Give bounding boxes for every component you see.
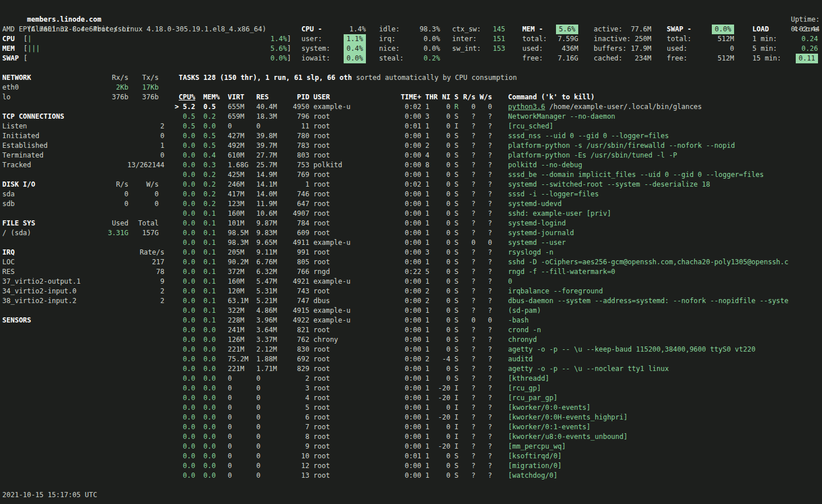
proc-nice: 0 <box>438 180 450 189</box>
process-row[interactable]: 0.00.0241M3.64M821root0:0010S??crond -n <box>175 325 822 335</box>
process-row[interactable]: 0.00.2246M14.1M1root0:0210S??systemd --s… <box>175 180 822 189</box>
proc-read-rate: ? <box>463 325 476 335</box>
process-row[interactable]: 0.00.00012root0:0010S??[migration/0] <box>175 461 822 471</box>
process-row[interactable]: 0.00.0003root0:001-20I??[rcu_gp] <box>175 384 822 393</box>
process-row[interactable]: 0.00.163.1M5.21M747dbus0:0020S??dbus-dae… <box>175 296 822 306</box>
tasks-sort-mode: sorted automatically by CPU consumption <box>356 74 517 82</box>
proc-virt: 659M <box>228 112 252 122</box>
proc-threads: 1 <box>425 228 438 238</box>
process-row[interactable]: 0.00.00010root0:0110S??[ksoftirqd/0] <box>175 451 822 461</box>
process-row[interactable]: 0.00.198.3M9.65M4911example-u0:0010S00sy… <box>175 238 822 248</box>
column-read-rate[interactable]: R/s <box>463 92 476 102</box>
process-row[interactable]: 0.00.31.68G25.7M753polkitd0:0080S??polki… <box>175 160 822 170</box>
proc-write-rate: ? <box>480 442 492 451</box>
stat-label: 5 min: <box>752 44 801 54</box>
proc-threads: 2 <box>425 141 438 151</box>
process-row[interactable]: 0.00.0221M2.12M830root0:0010S??agetty -o… <box>175 345 822 354</box>
process-row[interactable]: 0.00.2417M14.0M746root0:0010S??sssd -i -… <box>175 189 822 199</box>
column-command[interactable]: Command ('k' to kill) <box>508 92 595 102</box>
process-row[interactable]: 0.00.0008root0:0010I??[kworker/u8:0-even… <box>175 432 822 442</box>
proc-cpu: 0.0 <box>179 141 195 151</box>
process-row[interactable]: 0.00.190.2M6.76M805root0:0010S??sshd -D … <box>175 257 822 267</box>
proc-user: root <box>313 257 366 267</box>
proc-pid: 743 <box>281 287 309 296</box>
stat-value: 4-core <box>793 25 818 34</box>
proc-command-name: [kworker/0:0-events] <box>508 404 591 412</box>
proc-pid: 7 <box>281 422 309 432</box>
process-row[interactable]: 0.00.198.5M9.83M609root0:0010S??systemd-… <box>175 228 822 238</box>
process-row[interactable]: 0.00.1372M6.32M766rngd0:2250S??rngd -f -… <box>175 267 822 277</box>
proc-mem: 0.0 <box>203 442 216 451</box>
process-row[interactable]: >5.20.5655M40.4M4950example-u0:0210R00py… <box>175 102 822 112</box>
gauge-bar <box>27 54 262 63</box>
process-row[interactable]: 0.00.1101M9.87M784root0:0010S??systemd-l… <box>175 219 822 228</box>
process-row[interactable]: 0.00.0221M1.71M829root0:0010S??agetty -o… <box>175 364 822 374</box>
selection-marker <box>175 345 179 354</box>
proc-mem: 0.0 <box>203 403 216 413</box>
process-row[interactable]: 0.00.5492M39.7M783root0:0020S??platform-… <box>175 141 822 151</box>
proc-user: root <box>313 422 366 432</box>
proc-pid: 692 <box>281 354 309 364</box>
proc-read-rate: 0 <box>463 316 476 325</box>
column-thr[interactable]: THR <box>425 92 438 102</box>
process-row[interactable]: 0.00.1160M5.47M4921example-u0:0010S??0 <box>175 277 822 287</box>
process-row[interactable]: 0.50.2659M18.3M796root0:0030S??NetworkMa… <box>175 112 822 122</box>
proc-virt: 0 <box>228 374 252 384</box>
process-row[interactable]: 0.00.2123M11.9M647root0:0010S??systemd-u… <box>175 199 822 209</box>
proc-mem: 0.2 <box>203 170 216 180</box>
column-res[interactable]: RES <box>256 92 281 102</box>
stat-value: 7.59G <box>558 34 578 44</box>
process-row[interactable]: 0.00.5427M39.8M780root0:0010S??sssd_nss … <box>175 131 822 141</box>
process-row[interactable]: 0.00.0009root0:001-20I??[mm_percpu_wq] <box>175 442 822 451</box>
proc-status: I <box>454 422 459 432</box>
process-row[interactable]: 0.00.4610M27.7M803root0:0040S??platform-… <box>175 151 822 160</box>
column-write-rate[interactable]: W/s <box>480 92 492 102</box>
column-ni[interactable]: NI <box>438 92 450 102</box>
proc-user: root <box>313 151 366 160</box>
process-row[interactable]: 0.00.075.2M1.88M692root0:002-4S??auditd <box>175 354 822 364</box>
proc-nice: 0 <box>438 471 450 481</box>
stat-active: active:77.6M <box>594 25 651 34</box>
proc-command: dbus-daemon --system --address=systemd: … <box>508 296 788 306</box>
proc-pid: 766 <box>281 267 309 277</box>
proc-user: root <box>313 471 366 481</box>
proc-time: 0:00 <box>366 141 421 151</box>
proc-pid: 784 <box>281 219 309 228</box>
column-time[interactable]: TIME+ <box>366 92 421 102</box>
process-row[interactable]: 0.00.0004root0:001-20I??[rcu_par_gp] <box>175 393 822 403</box>
process-row[interactable]: 0.00.0126M3.37M762chrony0:0010S??chronyd <box>175 335 822 345</box>
column-cpu[interactable]: CPU% <box>179 92 195 102</box>
proc-pid: 5 <box>281 403 309 413</box>
proc-cpu: 0.0 <box>179 413 195 422</box>
process-row[interactable]: 0.00.1205M9.11M991root0:0030S??rsyslogd … <box>175 248 822 257</box>
proc-nice: 0 <box>438 228 450 238</box>
panel-row: 38_virtio2-input.22 <box>2 296 164 306</box>
process-row[interactable]: 0.00.1120M5.31M743root0:0020S??irqbalanc… <box>175 287 822 296</box>
process-row[interactable]: 0.00.1160M10.6M4907root0:0010S??sshd: ex… <box>175 209 822 219</box>
process-row[interactable]: 0.50.00011root0:0110I??[rcu_sched] <box>175 122 822 131</box>
process-row[interactable]: 0.00.0002root0:0010S??[kthreadd] <box>175 374 822 384</box>
row-label: Established <box>2 141 102 151</box>
process-row[interactable]: 0.00.0005root0:0010I??[kworker/0:0-event… <box>175 403 822 413</box>
proc-pid: 821 <box>281 325 309 335</box>
selection-marker <box>175 257 179 267</box>
proc-res: 25.7M <box>256 160 281 170</box>
column-user[interactable]: USER <box>313 92 366 102</box>
panel-title: TCP CONNECTIONS <box>2 112 102 122</box>
row-label: sda <box>2 189 98 199</box>
column-pid[interactable]: PID <box>281 92 309 102</box>
proc-virt: 126M <box>228 335 252 345</box>
proc-nice: -20 <box>438 384 450 393</box>
process-row[interactable]: 0.00.1322M4.86M4915example-u0:0010S??(sd… <box>175 306 822 316</box>
process-row[interactable]: 0.00.0006root0:001-20I??[kworker/0:0H-ev… <box>175 413 822 422</box>
proc-read-rate: ? <box>463 403 476 413</box>
process-row[interactable]: 0.00.0007root0:0010I??[kworker/0:1-event… <box>175 422 822 432</box>
column-status[interactable]: S <box>454 92 459 102</box>
proc-nice: 0 <box>438 345 450 354</box>
process-row[interactable]: 0.00.00013root0:0010S??[watchdog/0] <box>175 471 822 481</box>
column-mem[interactable]: MEM% <box>203 92 216 102</box>
row-label: 38_virtio2-input.2 <box>2 296 102 306</box>
column-virt[interactable]: VIRT <box>228 92 252 102</box>
process-row[interactable]: 0.00.1228M3.96M4922example-u0:0010S00-ba… <box>175 316 822 325</box>
process-row[interactable]: 0.00.2425M14.9M769root0:0010S??sssd_be -… <box>175 170 822 180</box>
